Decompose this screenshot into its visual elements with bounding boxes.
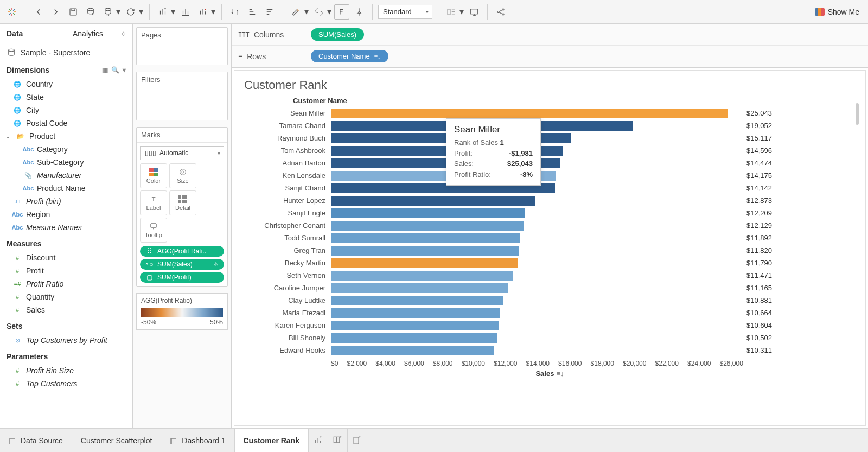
field-subcategory[interactable]: AbcSub-Category	[0, 156, 132, 169]
bar-row[interactable]: Tamara Chand$19,052	[244, 119, 856, 132]
share-icon[interactable]	[493, 4, 508, 20]
field-manufacturer[interactable]: 📎Manufacturer	[0, 169, 132, 182]
field-product[interactable]: ⌄📂Product	[0, 130, 132, 143]
bar-row[interactable]: Adrian Barton$14,474	[244, 157, 856, 169]
field-quantity[interactable]: #Quantity	[0, 290, 132, 303]
caret-down-icon[interactable]: ▾	[210, 4, 216, 20]
field-topcust[interactable]: ⊘Top Customers by Profit	[0, 334, 132, 347]
mark-pill-profitratio[interactable]: ⠿AGG(Profit Rati..	[140, 246, 224, 257]
new-worksheet-icon[interactable]	[155, 4, 170, 20]
bar-row[interactable]: Christopher Conant$12,129	[244, 219, 856, 232]
mark-label-button[interactable]: TLabel	[140, 190, 167, 215]
caret-down-icon[interactable]: ▾	[327, 4, 332, 20]
bar-row[interactable]: Tom Ashbrook$14,596	[244, 144, 856, 157]
presentation-icon[interactable]	[467, 4, 482, 20]
caret-down-icon[interactable]: ▾	[116, 4, 121, 20]
bar-fill[interactable]	[331, 321, 499, 330]
save-icon[interactable]	[66, 4, 81, 20]
mark-tooltip-button[interactable]: Tooltip	[140, 218, 167, 243]
bar-row[interactable]: Becky Martin$11,790	[244, 257, 856, 269]
field-discount[interactable]: #Discount	[0, 251, 132, 264]
tab-datasource[interactable]: ▤Data Source	[0, 429, 72, 452]
bar-fill[interactable]	[331, 333, 497, 343]
mark-type-select[interactable]: ▯▯▯Automatic	[140, 146, 224, 160]
viz-canvas[interactable]: Customer Rank Customer Name Sean Miller$…	[234, 70, 866, 426]
tab-analytics[interactable]: Analytics◇	[66, 24, 132, 43]
menu-caret-icon[interactable]: ▾	[123, 66, 126, 74]
bar-row[interactable]: Todd Sumrall$11,892	[244, 232, 856, 244]
field-country[interactable]: 🌐Country	[0, 78, 132, 91]
sort-asc-icon[interactable]	[245, 4, 260, 20]
tab-data[interactable]: Data	[0, 24, 66, 43]
param-profitbinsize[interactable]: #Profit Bin Size	[0, 364, 132, 377]
tableau-logo-icon[interactable]	[4, 4, 20, 20]
new-dashboard-button[interactable]	[328, 429, 348, 452]
field-profit[interactable]: #Profit	[0, 264, 132, 277]
bar-fill[interactable]	[331, 283, 508, 293]
swap-icon[interactable]	[227, 4, 242, 20]
bar-row[interactable]: Sean Miller$25,043	[244, 107, 856, 119]
bar-fill[interactable]	[331, 308, 500, 318]
tab-scatterplot[interactable]: Customer Scatterplot	[72, 429, 162, 452]
field-state[interactable]: 🌐State	[0, 91, 132, 104]
bar-fill[interactable]	[331, 346, 494, 355]
mark-pill-sumprofit[interactable]: ▢SUM(Profit)	[140, 272, 224, 283]
columns-shelf[interactable]: ⵊⵊⵊColumns SUM(Sales)	[232, 24, 868, 46]
field-city[interactable]: 🌐City	[0, 104, 132, 117]
bar-row[interactable]: Maria Etezadi$10,664	[244, 307, 856, 319]
field-profitratio[interactable]: =#Profit Ratio	[0, 277, 132, 290]
pages-shelf[interactable]: Pages	[136, 27, 228, 65]
bar-row[interactable]: Greg Tran$11,820	[244, 244, 856, 257]
bar-fill[interactable]	[331, 109, 728, 118]
bar-row[interactable]: Hunter Lopez$12,873	[244, 194, 856, 207]
collapse-icon[interactable]: ⌄	[5, 133, 12, 139]
field-sales[interactable]: #Sales	[0, 303, 132, 316]
pill-sum-sales[interactable]: SUM(Sales)	[311, 28, 364, 41]
mark-color-button[interactable]: Color	[140, 163, 167, 188]
caret-down-icon[interactable]: ▾	[459, 4, 464, 20]
fit-select[interactable]: Standard	[378, 5, 432, 19]
view-toggle-icon[interactable]: ▦	[102, 66, 108, 74]
bar-row[interactable]: Edward Hooks$10,311	[244, 344, 856, 356]
mark-pill-sumsales[interactable]: ∘○SUM(Sales)⚠	[140, 259, 224, 270]
caret-down-icon[interactable]: ▾	[170, 4, 176, 20]
duplicate-icon[interactable]	[178, 4, 193, 20]
new-story-button[interactable]	[348, 429, 367, 452]
bar-row[interactable]: Clay Ludtke$10,881	[244, 294, 856, 307]
field-category[interactable]: AbcCategory	[0, 143, 132, 156]
mark-size-button[interactable]: Size	[169, 163, 196, 188]
bar-row[interactable]: Raymond Buch$15,117	[244, 132, 856, 144]
field-region[interactable]: AbcRegion	[0, 208, 132, 221]
pause-updates-icon[interactable]	[100, 4, 116, 20]
vertical-scrollbar[interactable]	[856, 103, 859, 125]
group-icon[interactable]	[311, 4, 327, 20]
new-sheet-button[interactable]	[309, 429, 328, 452]
field-measurenames[interactable]: AbcMeasure Names	[0, 221, 132, 234]
bar-row[interactable]: Seth Vernon$11,471	[244, 269, 856, 282]
bar-fill[interactable]	[331, 196, 535, 206]
param-topcustomers[interactable]: #Top Customers	[0, 377, 132, 390]
bar-fill[interactable]	[331, 271, 513, 281]
show-cards-icon[interactable]	[444, 4, 459, 20]
bar-row[interactable]: Karen Ferguson$10,604	[244, 319, 856, 332]
show-me-button[interactable]: Show Me	[810, 8, 864, 16]
back-icon[interactable]	[31, 4, 46, 20]
sort-desc-icon[interactable]	[262, 4, 277, 20]
bar-fill[interactable]	[331, 208, 525, 218]
pill-customer-name[interactable]: Customer Name≡↓	[311, 50, 388, 62]
new-datasource-icon[interactable]	[83, 4, 98, 20]
sheet-title[interactable]: Customer Rank	[244, 78, 856, 92]
bar-row[interactable]: Caroline Jumper$11,165	[244, 282, 856, 294]
highlight-icon[interactable]	[289, 4, 304, 20]
tab-dashboard1[interactable]: ▦Dashboard 1	[161, 429, 234, 452]
field-profitbin[interactable]: .ılıProfit (bin)	[0, 195, 132, 208]
bar-fill[interactable]	[331, 296, 503, 305]
sort-axis-icon[interactable]: ≡↓	[556, 370, 564, 378]
bar-fill[interactable]	[331, 233, 520, 243]
clear-icon[interactable]	[195, 4, 210, 20]
mark-detail-button[interactable]: Detail	[169, 190, 196, 215]
bar-row[interactable]: Bill Shonely$10,502	[244, 332, 856, 344]
bar-row[interactable]: Sanjit Engle$12,209	[244, 207, 856, 219]
tab-customer-rank[interactable]: Customer Rank	[235, 429, 309, 452]
field-postal[interactable]: 🌐Postal Code	[0, 117, 132, 130]
